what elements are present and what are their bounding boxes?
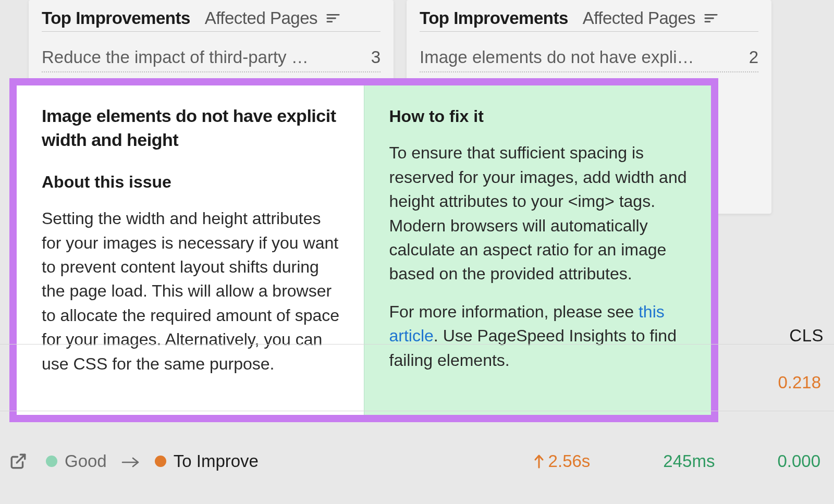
- improvement-row[interactable]: Reduce the impact of third-party … 3: [42, 32, 381, 72]
- tab-affected-label: Affected Pages: [583, 8, 695, 28]
- issue-fix-prefix: For more information, please see: [389, 302, 639, 321]
- status-good-label: Good: [65, 451, 107, 471]
- tab-affected-pages[interactable]: Affected Pages: [205, 8, 340, 28]
- table-divider: [0, 344, 834, 345]
- issue-about-heading: About this issue: [42, 170, 341, 194]
- tab-affected-pages[interactable]: Affected Pages: [583, 8, 718, 28]
- issue-about: Image elements do not have explicit widt…: [17, 85, 364, 415]
- tab-affected-label: Affected Pages: [205, 8, 317, 28]
- issue-fix: How to fix it To ensure that sufficient …: [364, 85, 712, 415]
- metrics-row: Good To Improve 2.56s 245ms 0.000: [9, 440, 825, 482]
- improvement-row[interactable]: Image elements do not have expli… 2: [420, 32, 758, 72]
- arrow-right-icon: [121, 451, 140, 471]
- issue-fix-body-2: For more information, please see this ar…: [389, 300, 689, 372]
- table-divider: [0, 411, 834, 411]
- sort-icon: [704, 13, 718, 23]
- improvement-row-count: 3: [371, 47, 381, 67]
- issue-about-body: Setting the width and height attributes …: [42, 206, 341, 376]
- svg-line-6: [17, 454, 25, 463]
- improvement-row-title: Reduce the impact of third-party …: [42, 47, 371, 67]
- card-tabs: Top Improvements Affected Pages: [420, 8, 758, 32]
- tab-top-improvements[interactable]: Top Improvements: [42, 8, 190, 28]
- tab-top-improvements[interactable]: Top Improvements: [420, 8, 568, 28]
- issue-fix-heading: How to fix it: [389, 104, 689, 128]
- column-header-cls[interactable]: CLS: [789, 326, 824, 351]
- card-tabs: Top Improvements Affected Pages: [42, 8, 381, 32]
- improvement-row-title: Image elements do not have expli…: [420, 47, 749, 67]
- metric-ms: 245ms: [663, 451, 715, 471]
- improvement-row-count: 2: [749, 47, 758, 67]
- cls-value-row2: 0.000: [777, 451, 820, 471]
- status-dot-good: [46, 456, 57, 467]
- cls-value-row1: 0.218: [778, 373, 821, 392]
- metric-time-up: 2.56s: [534, 451, 591, 471]
- issue-fix-body-1: To ensure that sufficient spacing is res…: [389, 141, 689, 286]
- sort-icon: [326, 13, 340, 23]
- external-link-icon[interactable]: [9, 452, 27, 470]
- status-dot-improve: [155, 456, 166, 467]
- status-improve-label: To Improve: [174, 451, 259, 471]
- issue-detail-panel: Image elements do not have explicit widt…: [9, 78, 718, 422]
- issue-title: Image elements do not have explicit widt…: [42, 104, 341, 152]
